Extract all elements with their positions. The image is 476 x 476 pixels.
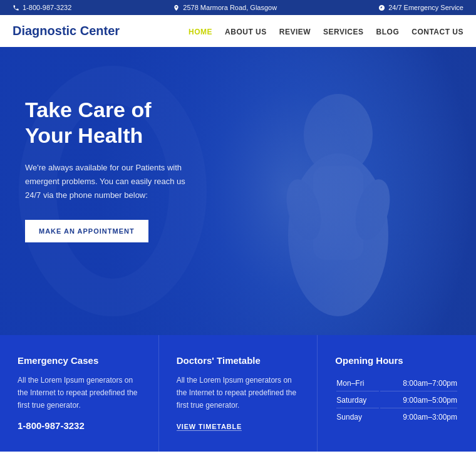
nav-item-about[interactable]: ABOUT US [225, 26, 267, 37]
navbar: Diagnostic Center HOME ABOUT US REVIEW S… [0, 15, 476, 47]
hours-time-sunday: 9:00am–3:00pm [380, 410, 457, 425]
hours-day-sunday: Sunday [336, 410, 379, 425]
hero-content: Take Care of Your Health We're always av… [0, 47, 225, 267]
nav-item-blog[interactable]: BLOG [376, 26, 400, 37]
hours-title: Opening Hours [335, 355, 458, 366]
appointment-button[interactable]: MAKE AN APPOINTMENT [25, 220, 148, 242]
hours-row-saturday: Saturday 9:00am–5:00pm [336, 393, 457, 408]
hero-section: Take Care of Your Health We're always av… [0, 47, 476, 335]
nav-item-services[interactable]: SERVICES [323, 26, 363, 37]
hero-heading: Take Care of Your Health [25, 97, 200, 148]
location-icon [173, 4, 180, 11]
phone-icon [13, 4, 19, 11]
clock-icon [378, 4, 385, 11]
hours-row-weekday: Mon–Fri 8:00am–7:00pm [336, 376, 457, 391]
hours-day-saturday: Saturday [336, 393, 379, 408]
timetable-card: Doctors' Timetable All the Lorem Ipsum g… [159, 335, 318, 452]
hours-time-weekday: 8:00am–7:00pm [380, 376, 457, 391]
hero-description: We're always available for our Patients … [25, 161, 200, 202]
top-bar-phone: 1-800-987-3232 [13, 4, 71, 11]
nav-item-review[interactable]: REVIEW [279, 26, 311, 37]
nav-item-home[interactable]: HOME [189, 26, 212, 37]
view-timetable-link[interactable]: VIEW TIMETABLE [177, 423, 242, 431]
top-bar-address: 2578 Marmora Road, Glasgow [173, 4, 277, 11]
nav-item-contact[interactable]: CONTACT US [411, 26, 463, 37]
info-section: Emergency Cases All the Lorem Ipsum gene… [0, 335, 476, 452]
emergency-text: All the Lorem Ipsum generators on the In… [18, 375, 141, 411]
emergency-title: Emergency Cases [18, 355, 141, 366]
timetable-text: All the Lorem Ipsum generators on the In… [177, 375, 300, 411]
hours-row-sunday: Sunday 9:00am–3:00pm [336, 410, 457, 425]
emergency-card: Emergency Cases All the Lorem Ipsum gene… [0, 335, 159, 452]
nav-links: HOME ABOUT US REVIEW SERVICES BLOG CONTA… [189, 26, 463, 37]
hours-card: Opening Hours Mon–Fri 8:00am–7:00pm Satu… [318, 335, 476, 452]
hours-time-saturday: 9:00am–5:00pm [380, 393, 457, 408]
emergency-phone: 1-800-987-3232 [18, 420, 141, 431]
hours-table: Mon–Fri 8:00am–7:00pm Saturday 9:00am–5:… [335, 375, 458, 426]
site-logo[interactable]: Diagnostic Center [13, 24, 120, 38]
timetable-title: Doctors' Timetable [177, 355, 300, 366]
hours-day-weekday: Mon–Fri [336, 376, 379, 391]
top-bar-emergency: 24/7 Emergency Service [378, 4, 463, 11]
top-bar: 1-800-987-3232 2578 Marmora Road, Glasgo… [0, 0, 476, 15]
